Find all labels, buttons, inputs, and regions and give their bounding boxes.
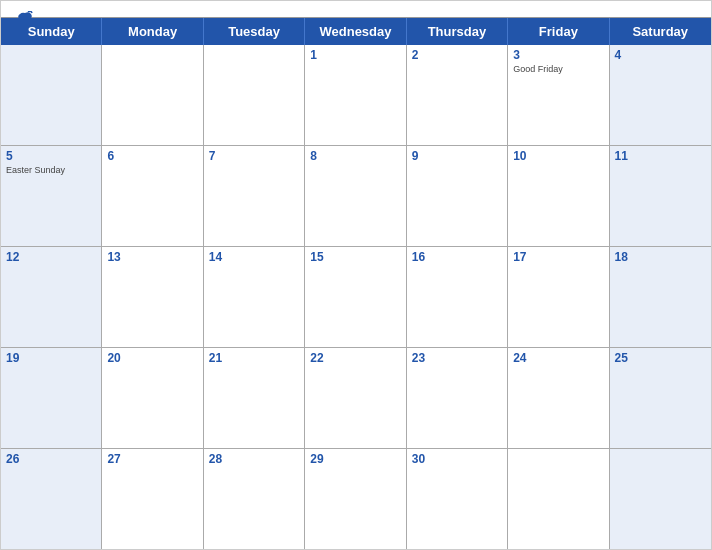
day-number: 5 <box>6 149 96 163</box>
day-number: 4 <box>615 48 706 62</box>
week-row-5: 2627282930 <box>1 449 711 549</box>
day-cell: 21 <box>204 348 305 448</box>
day-header-wednesday: Wednesday <box>305 18 406 45</box>
day-cell: 8 <box>305 146 406 246</box>
day-cell: 3Good Friday <box>508 45 609 145</box>
day-headers-row: SundayMondayTuesdayWednesdayThursdayFrid… <box>1 18 711 45</box>
week-row-1: 123Good Friday4 <box>1 45 711 146</box>
day-number: 21 <box>209 351 299 365</box>
day-cell: 14 <box>204 247 305 347</box>
day-number: 18 <box>615 250 706 264</box>
day-cell: 29 <box>305 449 406 549</box>
day-number: 8 <box>310 149 400 163</box>
day-cell: 11 <box>610 146 711 246</box>
logo-bird-icon <box>17 11 33 25</box>
day-cell: 27 <box>102 449 203 549</box>
day-cell: 5Easter Sunday <box>1 146 102 246</box>
week-row-2: 5Easter Sunday67891011 <box>1 146 711 247</box>
day-number: 7 <box>209 149 299 163</box>
day-number: 20 <box>107 351 197 365</box>
logo-blue-text <box>17 11 35 25</box>
day-number: 11 <box>615 149 706 163</box>
day-cell: 18 <box>610 247 711 347</box>
week-row-3: 12131415161718 <box>1 247 711 348</box>
day-cell: 19 <box>1 348 102 448</box>
day-number: 6 <box>107 149 197 163</box>
day-header-monday: Monday <box>102 18 203 45</box>
day-cell: 28 <box>204 449 305 549</box>
day-cell: 10 <box>508 146 609 246</box>
day-number: 12 <box>6 250 96 264</box>
day-cell: 15 <box>305 247 406 347</box>
day-number: 1 <box>310 48 400 62</box>
holiday-name: Good Friday <box>513 64 603 74</box>
calendar-grid: SundayMondayTuesdayWednesdayThursdayFrid… <box>1 17 711 549</box>
day-header-friday: Friday <box>508 18 609 45</box>
day-cell: 22 <box>305 348 406 448</box>
day-header-saturday: Saturday <box>610 18 711 45</box>
day-cell: 24 <box>508 348 609 448</box>
day-cell: 26 <box>1 449 102 549</box>
day-number: 25 <box>615 351 706 365</box>
day-cell <box>102 45 203 145</box>
day-number: 10 <box>513 149 603 163</box>
weeks-container: 123Good Friday45Easter Sunday67891011121… <box>1 45 711 549</box>
calendar-header <box>1 1 711 17</box>
day-header-tuesday: Tuesday <box>204 18 305 45</box>
holiday-name: Easter Sunday <box>6 165 96 175</box>
day-cell <box>1 45 102 145</box>
day-number: 13 <box>107 250 197 264</box>
logo <box>17 11 35 25</box>
day-cell <box>204 45 305 145</box>
day-number: 28 <box>209 452 299 466</box>
day-cell: 20 <box>102 348 203 448</box>
day-number: 30 <box>412 452 502 466</box>
day-cell: 30 <box>407 449 508 549</box>
day-cell: 13 <box>102 247 203 347</box>
day-cell: 23 <box>407 348 508 448</box>
day-number: 26 <box>6 452 96 466</box>
day-cell: 7 <box>204 146 305 246</box>
day-number: 3 <box>513 48 603 62</box>
day-cell: 1 <box>305 45 406 145</box>
day-number: 17 <box>513 250 603 264</box>
day-number: 16 <box>412 250 502 264</box>
day-cell: 2 <box>407 45 508 145</box>
day-number: 23 <box>412 351 502 365</box>
week-row-4: 19202122232425 <box>1 348 711 449</box>
day-number: 9 <box>412 149 502 163</box>
calendar: SundayMondayTuesdayWednesdayThursdayFrid… <box>0 0 712 550</box>
day-cell: 17 <box>508 247 609 347</box>
day-header-thursday: Thursday <box>407 18 508 45</box>
day-number: 2 <box>412 48 502 62</box>
day-cell: 25 <box>610 348 711 448</box>
day-number: 27 <box>107 452 197 466</box>
day-cell: 12 <box>1 247 102 347</box>
day-number: 29 <box>310 452 400 466</box>
day-number: 14 <box>209 250 299 264</box>
day-cell: 9 <box>407 146 508 246</box>
day-number: 22 <box>310 351 400 365</box>
day-cell: 6 <box>102 146 203 246</box>
day-number: 19 <box>6 351 96 365</box>
day-cell: 4 <box>610 45 711 145</box>
day-number: 24 <box>513 351 603 365</box>
day-cell: 16 <box>407 247 508 347</box>
day-number: 15 <box>310 250 400 264</box>
day-cell <box>508 449 609 549</box>
day-cell <box>610 449 711 549</box>
